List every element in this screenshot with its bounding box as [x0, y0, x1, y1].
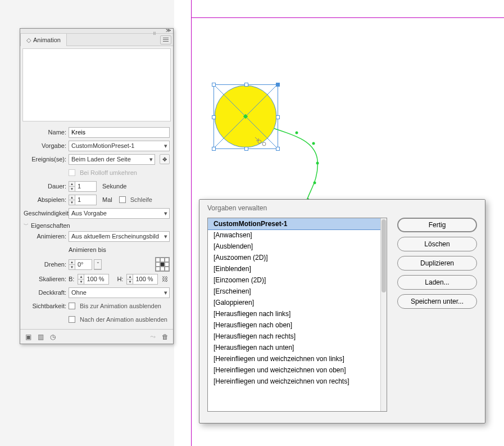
duration-unit: Sekunde [102, 183, 126, 190]
reverse-rolloff-checkbox [69, 169, 75, 176]
page-edge-top [191, 17, 504, 18]
trash-icon[interactable]: 🗑 [161, 332, 170, 341]
chevron-down-icon[interactable]: ▾ [162, 233, 170, 240]
properties-section-header[interactable]: ﹀ Eigenschaften [24, 222, 170, 229]
duplicate-button[interactable]: Duplizieren [397, 256, 477, 271]
hide-after-label: Nach der Animation ausblenden [80, 316, 167, 323]
panel-close-button[interactable]: ≫ [162, 28, 174, 34]
preset-item[interactable]: [Einblenden] [208, 263, 387, 274]
twirl-down-icon: ﹀ [24, 222, 29, 229]
rotate-spinner[interactable]: ▲▼ [69, 259, 75, 270]
play-input[interactable]: 1 [75, 195, 97, 205]
preset-item[interactable]: [Anwachsen] [208, 229, 387, 241]
scale-h-input[interactable]: 100 % [133, 274, 158, 285]
selection-bounding-box[interactable] [214, 84, 278, 149]
play-unit: Mal [102, 196, 112, 203]
dialog-title: Vorgaben verwalten [199, 200, 485, 218]
convert-to-path-icon[interactable]: ⤳ [148, 332, 157, 341]
panel-grip[interactable]: ≫ [20, 29, 173, 34]
scale-w-lbl: B: [69, 276, 74, 282]
svg-point-2 [296, 132, 298, 134]
preset-item[interactable]: [Einzoomen (2D)] [208, 274, 387, 286]
preview-spread-icon[interactable]: ▣ [24, 332, 33, 341]
animation-preview [22, 48, 171, 121]
play-label: Abspielen: [24, 196, 66, 203]
scale-w-input[interactable]: 100 % [84, 274, 109, 285]
svg-point-5 [314, 182, 316, 184]
svg-point-3 [312, 142, 315, 145]
page-edge-left [191, 0, 192, 446]
chevron-down-icon[interactable]: ▾ [162, 289, 170, 296]
preset-item[interactable]: [Galoppieren] [208, 297, 387, 308]
animate-label: Animieren: [24, 233, 66, 240]
animation-tab[interactable]: ◇Animation [20, 34, 67, 46]
preset-item[interactable]: CustomMotionPreset-1 [207, 218, 387, 230]
collapse-icon: ◇ [26, 37, 31, 43]
loop-label: Schleife [130, 196, 152, 203]
chevron-down-icon[interactable]: ▾ [147, 156, 155, 163]
speed-select[interactable]: Aus Vorgabe [69, 208, 170, 219]
scrollbar[interactable] [380, 218, 387, 411]
preset-select[interactable]: CustomMotionPreset-1 [69, 141, 170, 151]
rotate-input[interactable]: 0° [75, 259, 92, 270]
loop-checkbox[interactable] [119, 196, 126, 203]
scale-h-spinner[interactable]: ▲▼ [126, 274, 133, 285]
preset-item[interactable]: [Auszoomen (2D)] [208, 252, 387, 263]
preset-item[interactable]: [Ausblenden] [208, 241, 387, 252]
scale-w-spinner[interactable]: ▲▼ [78, 274, 84, 285]
preset-item[interactable]: [Hereinfliegen und weichzeichnen von rec… [208, 376, 387, 387]
reverse-rolloff-label: Bei Rolloff umkehren [80, 169, 137, 176]
events-select[interactable]: Beim Laden der Seite [69, 154, 155, 165]
done-button[interactable]: Fertig [397, 218, 477, 232]
timing-icon[interactable]: ◷ [48, 332, 57, 341]
preset-item[interactable]: [Erscheinen] [208, 286, 387, 297]
name-label: Name: [24, 129, 66, 136]
scale-h-lbl: H: [117, 276, 123, 282]
rotate-direction[interactable]: ⌄ [94, 259, 102, 270]
hide-before-label: Bis zur Animation ausblenden [80, 303, 161, 309]
rotate-label: Drehen: [24, 261, 66, 268]
preset-item[interactable]: [Herausfliegen nach rechts] [208, 331, 387, 342]
opacity-label: Deckkraft: [24, 289, 66, 296]
svg-point-4 [316, 162, 319, 165]
origin-proxy[interactable] [155, 257, 170, 272]
manage-presets-dialog: Vorgaben verwalten CustomMotionPreset-1[… [199, 199, 485, 424]
speed-label: Geschwindigkeit: [24, 210, 66, 217]
show-proxy-icon[interactable]: ▥ [36, 332, 45, 341]
chevron-down-icon[interactable]: ▾ [162, 142, 170, 150]
animation-panel: ≫ ◇Animation Name: Vorgabe: CustomMotion… [20, 28, 174, 344]
duration-spinner[interactable]: ▲▼ [69, 181, 75, 192]
scroll-thumb[interactable] [382, 219, 386, 292]
chevron-down-icon[interactable]: ▾ [162, 210, 170, 217]
name-input[interactable] [69, 127, 170, 138]
opacity-select[interactable]: Ohne [69, 287, 170, 298]
load-button[interactable]: Laden... [397, 275, 477, 290]
duration-input[interactable]: 1 [75, 181, 97, 192]
preset-item[interactable]: [Hereinfliegen und weichzeichnen von lin… [208, 353, 387, 364]
events-label: Ereignis(se): [24, 156, 66, 163]
visibility-label: Sichtbarkeit: [24, 303, 66, 309]
animate-select[interactable]: Aus aktuellem Erscheinungsbild [69, 231, 170, 242]
hide-after-checkbox[interactable] [69, 316, 75, 323]
duration-label: Dauer: [24, 183, 66, 190]
scale-label: Skalieren: [24, 276, 66, 282]
create-button-trigger[interactable]: ✥ [160, 154, 170, 164]
link-icon[interactable]: ⛓ [160, 274, 169, 285]
preset-item[interactable]: [Herausfliegen nach unten] [208, 342, 387, 353]
preset-label: Vorgabe: [24, 142, 66, 149]
animate-to-label: Animieren bis [69, 246, 106, 253]
delete-button[interactable]: Löschen [397, 237, 477, 251]
preset-list[interactable]: CustomMotionPreset-1[Anwachsen][Ausblend… [207, 218, 387, 412]
panel-flyout-menu[interactable] [160, 35, 171, 44]
preset-item[interactable]: [Herausfliegen nach oben] [208, 319, 387, 331]
save-as-button[interactable]: Speichern unter... [397, 294, 477, 309]
preset-item[interactable]: [Herausfliegen nach links] [208, 308, 387, 319]
play-spinner[interactable]: ▲▼ [69, 195, 75, 205]
hide-before-checkbox[interactable] [69, 303, 75, 309]
preset-item[interactable]: [Hereinfliegen und weichzeichnen von obe… [208, 364, 387, 376]
